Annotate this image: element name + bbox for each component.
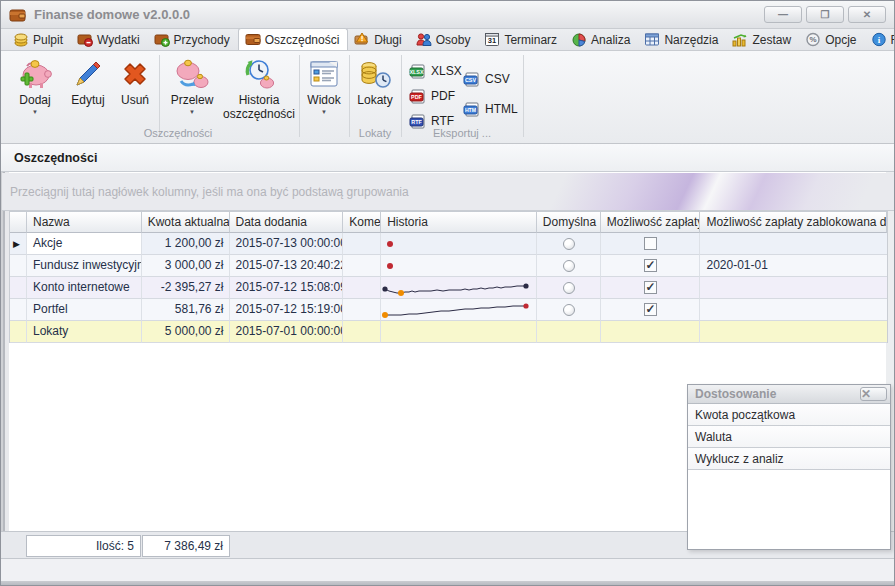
checkbox-checked[interactable]: ✓ bbox=[644, 259, 657, 272]
cell-date[interactable]: 2015-07-13 20:40:22 bbox=[230, 255, 344, 277]
cell-default[interactable] bbox=[537, 299, 601, 321]
tab-pulpit[interactable]: Pulpit bbox=[7, 29, 71, 50]
cell-amount[interactable]: 1 200,00 zł bbox=[142, 233, 230, 255]
cell-comment[interactable] bbox=[343, 299, 381, 321]
cell-history[interactable] bbox=[381, 277, 537, 299]
radio-unchecked[interactable] bbox=[563, 260, 575, 272]
column-header-komentarz[interactable]: Komen bbox=[343, 211, 381, 233]
column-header-historia[interactable]: Historia bbox=[381, 211, 537, 233]
tab-finanse-domowe[interactable]: i Finanse domowe bbox=[865, 29, 895, 50]
tab-zestawienia[interactable]: Zestaw bbox=[726, 29, 799, 50]
export-csv-button[interactable]: CSV CSV bbox=[463, 69, 510, 89]
cell-name[interactable]: Lokaty bbox=[27, 321, 142, 343]
html-file-icon: HTM bbox=[463, 102, 480, 117]
cell-name[interactable]: Fundusz inwestycyjny bbox=[27, 255, 142, 277]
cell-blocked-until[interactable] bbox=[700, 277, 887, 299]
column-header-data[interactable]: Data dodania bbox=[230, 211, 344, 233]
radio-unchecked[interactable] bbox=[563, 282, 575, 294]
maximize-button[interactable]: ❐ bbox=[806, 6, 844, 23]
cell-history[interactable] bbox=[381, 233, 537, 255]
cell-amount[interactable]: 5 000,00 zł bbox=[142, 321, 230, 343]
cell-comment[interactable] bbox=[343, 255, 381, 277]
cell-default[interactable] bbox=[537, 255, 601, 277]
customization-title-bar[interactable]: Dostosowanie ✕ bbox=[688, 385, 890, 404]
column-header-mozliwosc[interactable]: Możliwość zapłaty bbox=[601, 211, 701, 233]
cell-comment[interactable] bbox=[343, 233, 381, 255]
table-row[interactable]: Portfel 581,76 zł 2015-07-12 15:19:00 ✓ bbox=[10, 299, 887, 321]
ribbon: Dodaj ▼ Edytuj Usuń bbox=[1, 51, 894, 144]
cell-blocked-until[interactable]: 2020-01-01 bbox=[700, 255, 887, 277]
customization-close-button[interactable]: ✕ bbox=[860, 387, 887, 401]
cell-date[interactable]: 2015-07-12 15:19:00 bbox=[230, 299, 344, 321]
close-button[interactable]: ✕ bbox=[848, 6, 886, 23]
view-button[interactable]: Widok ▼ bbox=[303, 54, 345, 126]
cell-payable[interactable]: ✓ bbox=[601, 299, 701, 321]
delete-button[interactable]: Usuń bbox=[115, 54, 155, 126]
column-header-domyslna[interactable]: Domyślna bbox=[537, 211, 601, 233]
cell-name[interactable]: Konto internetowe bbox=[27, 277, 142, 299]
cell-default[interactable] bbox=[537, 321, 601, 343]
cell-date[interactable]: 2015-07-01 00:00:00 bbox=[230, 321, 344, 343]
hidden-column-kwota-poczatkowa[interactable]: Kwota początkowa bbox=[688, 404, 890, 426]
add-button[interactable]: Dodaj ▼ bbox=[11, 54, 59, 126]
history-clock-icon bbox=[242, 57, 276, 91]
tab-przychody[interactable]: Przychody bbox=[148, 29, 238, 50]
cell-payable[interactable] bbox=[601, 321, 701, 343]
checkbox-unchecked[interactable] bbox=[644, 237, 657, 250]
hidden-column-wyklucz-z-analiz[interactable]: Wyklucz z analiz bbox=[688, 448, 890, 470]
cell-history[interactable] bbox=[381, 299, 537, 321]
deposits-button[interactable]: Lokaty bbox=[353, 54, 397, 126]
cell-payable[interactable] bbox=[601, 233, 701, 255]
export-xlsx-button[interactable]: XLSX XLSX bbox=[409, 61, 462, 81]
status-bar bbox=[1, 559, 894, 581]
cell-default[interactable] bbox=[537, 277, 601, 299]
cell-name[interactable]: Akcje bbox=[27, 233, 142, 255]
cell-payable[interactable]: ✓ bbox=[601, 255, 701, 277]
hidden-column-waluta[interactable]: Waluta bbox=[688, 426, 890, 448]
tab-terminarz[interactable]: 31 Terminarz bbox=[478, 29, 565, 50]
cell-default[interactable] bbox=[537, 233, 601, 255]
cell-history[interactable] bbox=[381, 255, 537, 277]
tab-dlugi[interactable]: Długi bbox=[348, 29, 409, 50]
transfer-button[interactable]: Przelew ▼ bbox=[164, 54, 220, 126]
cell-date[interactable]: 2015-07-12 15:08:09 bbox=[230, 277, 344, 299]
group-by-panel[interactable]: Przeciągnij tutaj nagłówek kolumny, jeśl… bbox=[2, 173, 895, 211]
cell-comment[interactable] bbox=[343, 321, 381, 343]
tab-oszczednosci[interactable]: Oszczędności bbox=[238, 28, 349, 50]
table-row[interactable]: Lokaty 5 000,00 zł 2015-07-01 00:00:00 bbox=[10, 321, 887, 343]
tab-osoby[interactable]: Osoby bbox=[410, 29, 479, 50]
table-row[interactable]: Fundusz inwestycyjny 3 000,00 zł 2015-07… bbox=[10, 255, 887, 277]
tab-wydatki[interactable]: Wydatki bbox=[71, 29, 148, 50]
cell-amount[interactable]: 581,76 zł bbox=[142, 299, 230, 321]
tab-label: Pulpit bbox=[33, 33, 63, 47]
cell-amount[interactable]: 3 000,00 zł bbox=[142, 255, 230, 277]
cell-date[interactable]: 2015-07-13 00:00:00 bbox=[230, 233, 344, 255]
export-pdf-button[interactable]: PDF PDF bbox=[409, 86, 455, 106]
cell-comment[interactable] bbox=[343, 277, 381, 299]
cell-history[interactable] bbox=[381, 321, 537, 343]
minimize-button[interactable]: — bbox=[764, 6, 802, 23]
export-html-button[interactable]: HTM HTML bbox=[463, 99, 518, 119]
cell-name[interactable]: Portfel bbox=[27, 299, 142, 321]
cell-blocked-until[interactable] bbox=[700, 299, 887, 321]
column-header-nazwa[interactable]: Nazwa bbox=[27, 211, 142, 233]
tab-opcje[interactable]: % Opcje bbox=[799, 29, 864, 50]
column-header-kwota[interactable]: Kwota aktualna bbox=[142, 211, 230, 233]
history-sparkline bbox=[381, 277, 531, 298]
edit-button[interactable]: Edytuj bbox=[63, 54, 113, 126]
savings-history-button[interactable]: Historia oszczędności bbox=[222, 54, 296, 126]
table-row[interactable]: Konto internetowe -2 395,27 zł 2015-07-1… bbox=[10, 277, 887, 299]
radio-unchecked[interactable] bbox=[563, 304, 575, 316]
tab-narzedzia[interactable]: Narzędzia bbox=[638, 29, 726, 50]
checkbox-checked[interactable]: ✓ bbox=[644, 281, 657, 294]
table-row[interactable]: ▶ Akcje 1 200,00 zł 2015-07-13 00:00:00 bbox=[10, 233, 887, 255]
checkbox-checked[interactable]: ✓ bbox=[644, 303, 657, 316]
cell-blocked-until[interactable] bbox=[700, 233, 887, 255]
cell-blocked-until[interactable] bbox=[700, 321, 887, 343]
pdf-file-icon: PDF bbox=[409, 89, 426, 104]
cell-amount[interactable]: -2 395,27 zł bbox=[142, 277, 230, 299]
radio-unchecked[interactable] bbox=[563, 238, 575, 250]
cell-payable[interactable]: ✓ bbox=[601, 277, 701, 299]
tab-analiza[interactable]: Analiza bbox=[565, 29, 638, 50]
column-header-zablokowana[interactable]: Możliwość zapłaty zablokowana do bbox=[700, 211, 887, 233]
